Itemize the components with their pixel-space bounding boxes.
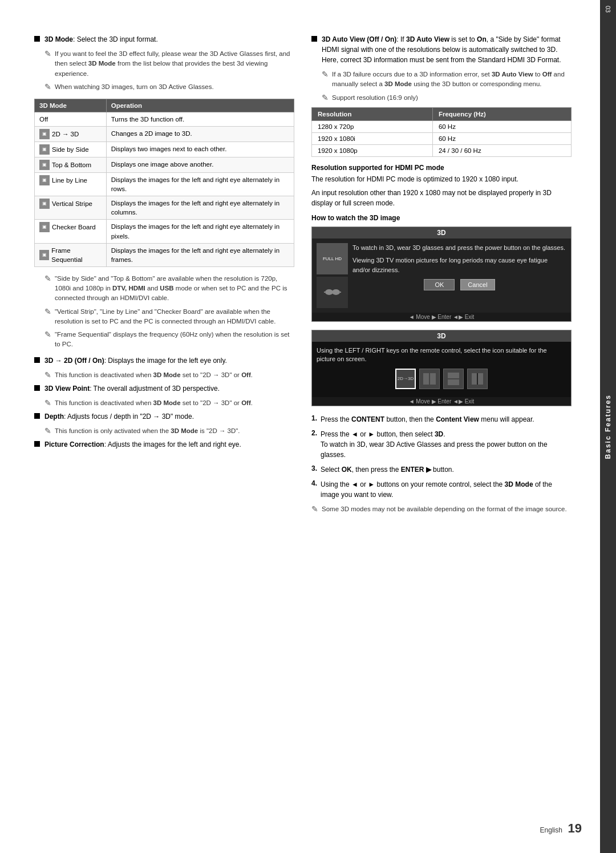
- step-4: 4. Using the ◄ or ► buttons on your remo…: [311, 479, 572, 500]
- ok-button[interactable]: OK: [424, 279, 455, 290]
- box1-text2: Viewing 3D TV motion pictures for long p…: [352, 256, 566, 274]
- table-row: ▣ Side by Side Displays two images next …: [35, 142, 294, 157]
- resolution-table: Resolution Frequency (Hz) 1280 x 720p 60…: [311, 107, 572, 157]
- note-3-text: "Side by Side" and "Top & Bottom" are av…: [55, 274, 294, 304]
- mode-tb: ▣ Top & Bottom: [35, 157, 107, 173]
- op-lbl: Displays the images for the left and rig…: [106, 173, 294, 196]
- note-4: ✎ "Vertical Strip", "Line by Line" and "…: [44, 307, 294, 327]
- svg-rect-7: [448, 373, 459, 378]
- bullet-picture-correction-label: Picture Correction: [44, 440, 104, 448]
- note-icon-r1: ✎: [322, 70, 329, 79]
- res-row: 1920 x 1080p 24 / 30 / 60 Hz: [312, 144, 572, 156]
- freq-60: 60 Hz: [432, 120, 571, 132]
- res-row: 1920 x 1080i 60 Hz: [312, 132, 572, 144]
- step-1: 1. Press the CONTENT button, then the Co…: [311, 414, 572, 425]
- left-column: 3D Mode: Select the 3D input format. ✎ I…: [34, 34, 294, 819]
- res-row: 1280 x 720p 60 Hz: [312, 120, 572, 132]
- note-6-text: This function is deactivated when 3D Mod…: [55, 370, 294, 380]
- bullet-viewpoint: 3D View Point: The overall adjustment of…: [34, 383, 294, 394]
- op-fs: Displays the images for the left and rig…: [106, 243, 294, 266]
- mode-vs: ▣ Vertical Stripe: [35, 196, 107, 220]
- icon-seq[interactable]: [467, 369, 488, 389]
- box1-inner: FULL HD To w: [312, 238, 571, 313]
- fullhd-icon: FULL HD: [317, 243, 348, 274]
- bullet-icon-auto: [311, 36, 317, 42]
- note-icon-6: ✎: [44, 370, 51, 379]
- res-1920i: 1920 x 1080i: [312, 132, 433, 144]
- note-8-text: This function is only activated when the…: [55, 426, 294, 436]
- mode-fs: ▣ Frame Sequential: [35, 243, 107, 266]
- step-1-num: 1.: [311, 414, 317, 422]
- note-5: ✎ "Frame Sequential" displays the freque…: [44, 330, 294, 350]
- hdmi-pc-text1: The resolution for HDMI PC mode is optim…: [311, 174, 572, 184]
- bullet-icon-5: [34, 441, 40, 447]
- note-icon-r2: ✎: [322, 93, 329, 102]
- op-off: Turns the 3D function off.: [106, 112, 294, 127]
- op-sbs: Displays two images next to each other.: [106, 142, 294, 157]
- bullet-icon-3: [34, 385, 40, 391]
- bullet-viewpoint-desc: : The overall adjustment of 3D perspecti…: [90, 385, 220, 393]
- box1-nav: ◄ Move ▶ Enter ◄▶ Exit: [312, 313, 571, 321]
- main-content: 3D Mode: Select the 3D input format. ✎ I…: [0, 0, 600, 853]
- note-6: ✎ This function is deactivated when 3D M…: [44, 370, 294, 380]
- step-2: 2. Press the ◄ or ► button, then select …: [311, 429, 572, 460]
- note-1: ✎ If you want to feel the 3D effect full…: [44, 49, 294, 79]
- res-1280: 1280 x 720p: [312, 120, 433, 132]
- table-row: ▣ Checker Board Displays the images for …: [35, 220, 294, 243]
- table-row: ▣ Vertical Stripe Displays the images fo…: [35, 196, 294, 220]
- steps-section: 1. Press the CONTENT button, then the Co…: [311, 414, 572, 514]
- mode-icon-lbl: ▣: [39, 175, 50, 185]
- note-final: ✎ Some 3D modes may not be available dep…: [311, 504, 572, 514]
- note-1-text: If you want to feel the 3D effect fully,…: [55, 49, 294, 79]
- note-icon-5: ✎: [44, 330, 51, 339]
- box1-title: 3D: [312, 227, 571, 238]
- note-icon-4: ✎: [44, 307, 51, 316]
- mode-icon-tb: ▣: [39, 160, 50, 170]
- step-1-text: Press the CONTENT button, then the Conte…: [321, 414, 534, 425]
- icon-2d3d[interactable]: 2D→3D: [395, 369, 416, 389]
- tb-svg: [447, 372, 460, 386]
- box2-title: 3D: [312, 330, 571, 342]
- bullet-depth-desc: : Adjusts focus / depth in "2D → 3D" mod…: [64, 413, 194, 421]
- mode-icon-vs: ▣: [39, 199, 50, 209]
- note-r2-text: Support resolution (16:9 only): [332, 93, 572, 103]
- note-3: ✎ "Side by Side" and "Top & Bottom" are …: [44, 274, 294, 304]
- auto-view-bold: 3D Auto View: [406, 35, 449, 43]
- bullet-auto-view: 3D Auto View (Off / On): If 3D Auto View…: [311, 34, 572, 65]
- how-to-title: How to watch the 3D image: [311, 214, 572, 222]
- side-tab: 03 Basic Features: [600, 0, 616, 853]
- page-number: 19: [568, 821, 582, 835]
- icon-tb[interactable]: [443, 369, 464, 389]
- note-2: ✎ When watching 3D images, turn on 3D Ac…: [44, 82, 294, 92]
- bullet-3d-2d-text: 3D → 2D (Off / On): Displays the image f…: [44, 355, 294, 366]
- page-container: 03 Basic Features 3D Mode: Select the 3D…: [0, 0, 616, 853]
- hdmi-pc-title: Resolution supported for HDMI PC mode: [311, 164, 572, 172]
- table-header-mode: 3D Mode: [35, 99, 107, 112]
- chapter-number: 03: [605, 6, 611, 13]
- box2-nav: ◄ Move ▶ Enter ◄▶ Exit: [312, 397, 571, 406]
- glasses-svg: [324, 284, 341, 301]
- bullet-3d-mode-desc: Select the 3D input format.: [75, 35, 157, 43]
- step-3: 3. Select OK, then press the ENTER ▶ but…: [311, 464, 572, 475]
- svg-rect-8: [448, 379, 459, 385]
- bullet-3d-mode-text: 3D Mode: Select the 3D input format.: [44, 34, 294, 45]
- table-row: ▣ Frame Sequential Displays the images f…: [35, 243, 294, 266]
- bullet-auto-view-label: 3D Auto View (Off / On): [322, 35, 396, 43]
- op-tb: Displays one image above another.: [106, 157, 294, 173]
- table-header-operation: Operation: [106, 99, 294, 112]
- note-r1: ✎ If a 3D failure occurs due to a 3D inf…: [322, 70, 572, 90]
- icon-sbs[interactable]: [419, 369, 440, 389]
- note-r1-text: If a 3D failure occurs due to a 3D infor…: [332, 70, 572, 90]
- op-cb: Displays the images for the left and rig…: [106, 220, 294, 243]
- res-header-col2: Frequency (Hz): [432, 107, 571, 120]
- mode-icon-sbs: ▣: [39, 144, 50, 155]
- step-3-text: Select OK, then press the ENTER ▶ button…: [321, 464, 454, 475]
- svg-point-0: [325, 289, 333, 295]
- cancel-button[interactable]: Cancel: [460, 279, 495, 290]
- step-4-text: Using the ◄ or ► buttons on your remote …: [321, 479, 572, 500]
- 3d-dialog-box-2: 3D Using the LEFT / RIGHT keys on the re…: [311, 330, 572, 406]
- table-row: ▣ 2D → 3D Changes a 2D image to 3D.: [35, 127, 294, 142]
- op-2d3d: Changes a 2D image to 3D.: [106, 127, 294, 142]
- note-icon-2: ✎: [44, 82, 51, 91]
- bullet-picture-correction-desc: : Adjusts the images for the left and ri…: [104, 440, 241, 448]
